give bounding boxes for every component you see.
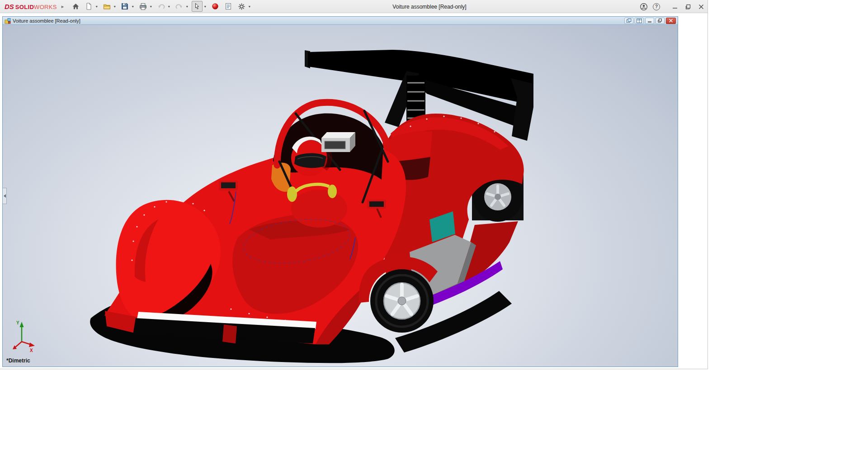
redo-icon xyxy=(175,3,183,10)
file-properties-icon xyxy=(225,3,232,10)
document-title-bar[interactable]: Voiture assomblee [Read-only] xyxy=(3,17,678,25)
print-button[interactable] xyxy=(137,1,148,12)
open-dropdown[interactable]: ▾ xyxy=(112,1,117,12)
app-window-title: Voiture assomblee [Read-only] xyxy=(392,0,466,13)
app-title-bar: DS SOLID WORKS ▸ ▾ ▾ xyxy=(0,0,708,13)
select-cursor-icon xyxy=(193,3,201,10)
brand-solid: SOLID xyxy=(15,4,34,10)
triad-y-label: Y xyxy=(16,320,19,325)
right-front-wheel xyxy=(370,269,434,333)
cascade-windows-icon xyxy=(626,19,632,23)
open-folder-icon xyxy=(103,3,111,10)
car-3d-model: Y X xyxy=(3,25,678,367)
app-window-controls: ? xyxy=(637,0,708,13)
user-account-icon xyxy=(640,3,648,11)
solidworks-app-window: DS SOLID WORKS ▸ ▾ ▾ xyxy=(0,0,708,369)
air-intake-box xyxy=(321,132,355,152)
gear-icon xyxy=(238,3,245,10)
help-button[interactable]: ? xyxy=(650,0,663,13)
document-window: Voiture assomblee [Read-only] xyxy=(2,16,678,367)
redo-dropdown[interactable]: ▾ xyxy=(184,1,189,12)
undo-dropdown[interactable]: ▾ xyxy=(166,1,171,12)
user-account-button[interactable] xyxy=(637,0,650,13)
save-icon xyxy=(121,3,128,10)
file-properties-button[interactable] xyxy=(223,1,234,12)
app-maximize-button[interactable] xyxy=(681,0,694,13)
print-dropdown[interactable]: ▾ xyxy=(148,1,153,12)
panel-collapse-tab[interactable] xyxy=(3,188,7,204)
doc-minimize-button[interactable] xyxy=(645,18,654,24)
quick-access-toolbar: ▾ ▾ ▾ ▾ xyxy=(70,1,253,12)
ds-logo-mark: DS xyxy=(5,3,14,10)
app-close-button[interactable] xyxy=(694,0,708,13)
rebuild-icon xyxy=(212,3,219,10)
doc-close-button[interactable] xyxy=(666,18,676,24)
help-icon: ? xyxy=(653,3,660,10)
undo-button[interactable] xyxy=(156,1,166,12)
doc-restore-button[interactable] xyxy=(656,18,665,24)
doc-tile-button[interactable] xyxy=(635,18,644,24)
collapse-arrow-icon xyxy=(4,194,6,198)
print-icon xyxy=(139,3,147,10)
maximize-icon xyxy=(685,4,691,10)
doc-close-icon xyxy=(669,19,673,23)
new-document-dropdown[interactable]: ▾ xyxy=(94,1,99,12)
helmet-visor xyxy=(294,153,326,168)
options-button[interactable] xyxy=(236,1,247,12)
open-button[interactable] xyxy=(101,1,112,12)
home-icon xyxy=(72,3,80,10)
view-orientation-label: *Dimetric xyxy=(6,357,30,364)
rebuild-button[interactable] xyxy=(210,1,221,12)
menu-expand-arrow[interactable]: ▸ xyxy=(61,4,64,10)
orientation-triad: Y X xyxy=(13,320,35,353)
save-dropdown[interactable]: ▾ xyxy=(130,1,135,12)
graphics-viewport[interactable]: Y X *Dimetric xyxy=(3,25,678,367)
redo-button[interactable] xyxy=(174,1,184,12)
doc-cascade-button[interactable] xyxy=(624,18,633,24)
doc-restore-icon xyxy=(658,19,662,23)
select-button[interactable] xyxy=(192,1,203,12)
tile-windows-icon xyxy=(637,19,642,23)
document-window-controls xyxy=(624,18,676,24)
new-document-icon xyxy=(85,3,92,10)
close-icon xyxy=(698,4,704,10)
app-minimize-button[interactable] xyxy=(668,0,681,13)
save-button[interactable] xyxy=(119,1,130,12)
minimize-icon xyxy=(672,4,678,10)
brand-works: WORKS xyxy=(34,4,57,10)
solidworks-logo: DS SOLID WORKS xyxy=(5,3,57,10)
options-dropdown[interactable]: ▾ xyxy=(247,1,252,12)
home-button[interactable] xyxy=(70,1,81,12)
triad-x-label: X xyxy=(30,348,33,353)
new-document-button[interactable] xyxy=(83,1,94,12)
document-title: Voiture assomblee [Read-only] xyxy=(13,18,80,24)
undo-icon xyxy=(157,3,165,10)
select-dropdown[interactable]: ▾ xyxy=(203,1,208,12)
assembly-document-icon xyxy=(5,18,11,24)
doc-minimize-icon xyxy=(647,19,652,23)
